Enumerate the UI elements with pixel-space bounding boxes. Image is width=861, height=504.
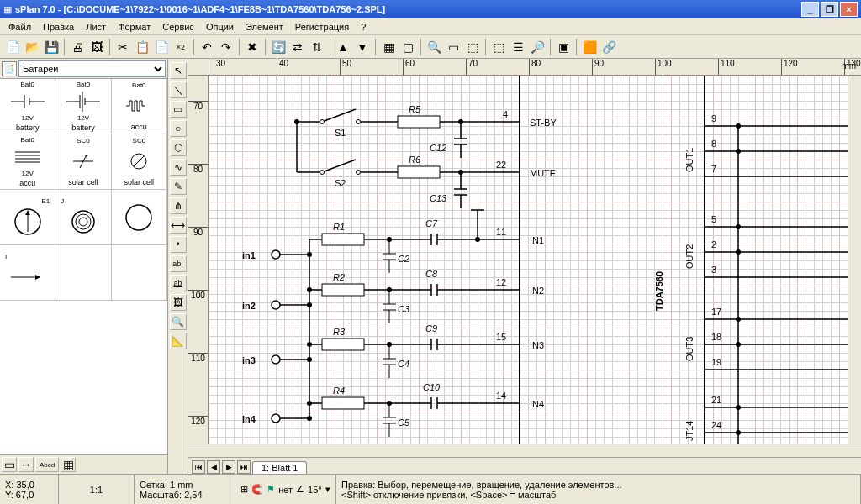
bezier-tool-icon[interactable]: ∿ — [170, 159, 187, 176]
measure-tool-icon[interactable]: 📐 — [170, 333, 187, 349]
print-icon[interactable]: 🖨 — [68, 38, 87, 56]
pal-page-icon[interactable]: ▭ — [2, 457, 17, 472]
cut-icon[interactable]: ✂ — [114, 38, 132, 56]
menu-element[interactable]: Элемент — [240, 20, 288, 34]
library-selector-row: 📑 Батареи — [0, 59, 167, 79]
tab-prev-icon[interactable]: ◀ — [207, 460, 220, 474]
sheet-tabs: ⏮ ◀ ▶ ⏭ 1: Blatt 1 — [188, 457, 861, 474]
sheet-tab[interactable]: 1: Blatt 1 — [252, 461, 307, 474]
node-tool-icon[interactable]: • — [170, 236, 187, 253]
svg-text:in4: in4 — [242, 414, 256, 424]
pal-widen-icon[interactable]: ↔ — [18, 457, 34, 472]
component-icon[interactable]: ▣ — [554, 38, 573, 56]
library-select[interactable]: Батареи — [18, 60, 166, 77]
close-button[interactable]: × — [840, 2, 858, 17]
horizontal-scrollbar[interactable] — [188, 444, 861, 457]
bookmark-icon[interactable]: 📑 — [2, 61, 17, 76]
textlabel-tool-icon[interactable]: ab| — [170, 255, 187, 272]
palette-item[interactable]: E1 — [0, 190, 55, 245]
svg-text:11: 11 — [496, 227, 506, 237]
menu-register[interactable]: Регистрация — [290, 20, 354, 34]
menu-options[interactable]: Опции — [201, 20, 239, 34]
tab-next-icon[interactable]: ▶ — [222, 460, 235, 474]
svg-text:8: 8 — [711, 139, 716, 149]
flipv-icon[interactable]: ⇅ — [308, 38, 326, 56]
rect-tool-icon[interactable]: ▭ — [170, 101, 187, 118]
minimize-button[interactable]: _ — [801, 2, 819, 17]
angle-icon[interactable]: ∠ — [296, 484, 304, 495]
palette-item[interactable]: SC0 solar cell — [112, 134, 167, 190]
menu-edit[interactable]: Правка — [38, 20, 79, 34]
pal-grid-icon[interactable]: ▦ — [61, 457, 76, 472]
new-icon[interactable]: 📄 — [3, 38, 22, 56]
pointer-tool-icon[interactable]: ↖ — [170, 62, 187, 79]
select-rect-icon[interactable]: ⬚ — [489, 38, 508, 56]
export-icon[interactable]: 🖼 — [87, 38, 106, 56]
component-palette: Bat0 12V battery Bat0 12V battery Bat0 a… — [0, 79, 167, 455]
menu-format[interactable]: Формат — [113, 20, 156, 34]
draw-toolbar: ↖ ＼ ▭ ○ ⬡ ∿ ✎ ⋔ ⟷ • ab| ab 🖼 🔍 📐 — [168, 59, 188, 474]
chip-icon[interactable]: 🟧 — [580, 38, 599, 56]
group-icon[interactable]: ▦ — [379, 38, 398, 56]
svg-text:3: 3 — [711, 265, 716, 275]
link-icon[interactable]: 🔗 — [600, 38, 618, 56]
find-icon[interactable]: 🔎 — [528, 38, 547, 56]
rotate-icon[interactable]: 🔄 — [269, 38, 288, 56]
palette-item[interactable]: I — [0, 245, 55, 301]
menu-help[interactable]: ? — [356, 20, 371, 34]
poly-tool-icon[interactable]: ⬡ — [170, 139, 187, 156]
tab-first-icon[interactable]: ⏮ — [192, 460, 205, 474]
svg-point-109 — [272, 355, 280, 364]
palette-item[interactable]: J — [55, 190, 111, 245]
dimension-tool-icon[interactable]: ⟷ — [170, 217, 187, 234]
magnet-icon[interactable]: 🧲 — [251, 484, 263, 495]
zoompage-icon[interactable]: ▭ — [444, 38, 462, 56]
delete-icon[interactable]: ✖ — [243, 38, 261, 56]
palette-item[interactable]: Bat0 12V battery — [55, 79, 111, 134]
zoom-tool-icon[interactable]: 🔍 — [170, 313, 187, 330]
front-icon[interactable]: ▲ — [334, 38, 352, 56]
zoomsel-icon[interactable]: ⬚ — [463, 38, 482, 56]
image-tool-icon[interactable]: 🖼 — [170, 294, 187, 311]
drawing-canvas[interactable]: TDA7560 S1 R5 C — [209, 76, 848, 444]
vertical-scrollbar[interactable] — [848, 76, 861, 444]
line-tool-icon[interactable]: ＼ — [170, 81, 187, 98]
paste-icon[interactable]: 📄 — [152, 38, 171, 56]
palette-item[interactable] — [112, 245, 167, 301]
angle-dropdown-icon[interactable]: ▾ — [325, 484, 330, 495]
svg-point-67 — [307, 252, 312, 257]
back-icon[interactable]: ▼ — [353, 38, 372, 56]
freehand-tool-icon[interactable]: ✎ — [170, 178, 187, 195]
palette-item[interactable]: Bat0 12V accu — [0, 134, 55, 190]
open-icon[interactable]: 📂 — [23, 38, 41, 56]
pal-abcd-icon[interactable]: Abcd — [35, 457, 59, 472]
undo-icon[interactable]: ↶ — [198, 38, 216, 56]
ungroup-icon[interactable]: ▢ — [399, 38, 417, 56]
textbox-tool-icon[interactable]: ab — [170, 275, 187, 291]
palette-item[interactable] — [112, 190, 167, 245]
maximize-button[interactable]: ❐ — [821, 2, 838, 17]
zoomfit-icon[interactable]: 🔍 — [425, 38, 443, 56]
flag-icon[interactable]: ⚑ — [267, 484, 275, 495]
duplicate-icon[interactable]: ×2 — [172, 38, 190, 56]
palette-item[interactable]: Bat0 12V battery — [0, 79, 55, 134]
grid-toggle-icon[interactable]: ⊞ — [240, 484, 248, 495]
save-icon[interactable]: 💾 — [42, 38, 61, 56]
status-angle: 15° — [308, 485, 322, 495]
menu-file[interactable]: Файл — [3, 20, 36, 34]
main-toolbar: 📄 📂 💾 🖨 🖼 ✂ 📋 📄 ×2 ↶ ↷ ✖ 🔄 ⇄ ⇅ ▲ ▼ ▦ ▢ 🔍… — [0, 35, 861, 59]
svg-text:ST-BY: ST-BY — [530, 118, 557, 128]
palette-item[interactable]: SC0 solar cell — [55, 134, 111, 190]
tab-last-icon[interactable]: ⏭ — [237, 460, 251, 474]
menu-sheet[interactable]: Лист — [81, 20, 111, 34]
redo-icon[interactable]: ↷ — [217, 38, 235, 56]
canvas-area: 30 40 50 60 70 80 90 100 110 120 130 mm … — [188, 59, 861, 474]
palette-item[interactable]: Bat0 accu — [112, 79, 167, 134]
circle-tool-icon[interactable]: ○ — [170, 120, 187, 137]
fliph-icon[interactable]: ⇄ — [288, 38, 307, 56]
copy-icon[interactable]: 📋 — [133, 38, 151, 56]
menu-service[interactable]: Сервис — [157, 20, 199, 34]
special-tool-icon[interactable]: ⋔ — [170, 197, 187, 214]
palette-item[interactable] — [55, 245, 111, 301]
list-icon[interactable]: ☰ — [509, 38, 527, 56]
